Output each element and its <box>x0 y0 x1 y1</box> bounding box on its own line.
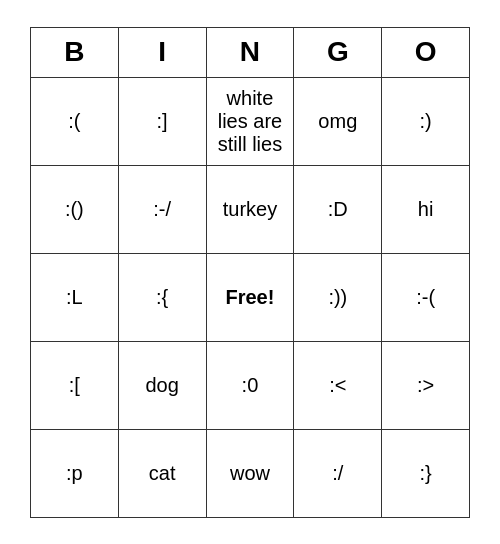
bingo-cell-r4-c3: :/ <box>294 429 382 517</box>
bingo-cell-r3-c1: dog <box>118 341 206 429</box>
bingo-cell-r1-c4: hi <box>382 165 470 253</box>
bingo-card: BINGO :(:]white lies are still liesomg:)… <box>30 27 470 518</box>
bingo-cell-r4-c2: wow <box>206 429 294 517</box>
bingo-row: :[dog:0:<:> <box>31 341 470 429</box>
bingo-cell-r4-c1: cat <box>118 429 206 517</box>
free-cell: Free! <box>206 253 294 341</box>
bingo-cell-r4-c4: :} <box>382 429 470 517</box>
bingo-row: :():-/turkey:Dhi <box>31 165 470 253</box>
bingo-cell-r0-c1: :] <box>118 77 206 165</box>
bingo-cell-r2-c4: :-( <box>382 253 470 341</box>
bingo-cell-r0-c0: :( <box>31 77 119 165</box>
bingo-cell-r1-c1: :-/ <box>118 165 206 253</box>
bingo-row: :pcatwow:/:} <box>31 429 470 517</box>
bingo-cell-r2-c1: :{ <box>118 253 206 341</box>
bingo-cell-r1-c0: :() <box>31 165 119 253</box>
bingo-cell-r2-c3: :)) <box>294 253 382 341</box>
bingo-cell-r2-c0: :L <box>31 253 119 341</box>
bingo-header-b: B <box>31 27 119 77</box>
bingo-row: :L:{Free!:)):-( <box>31 253 470 341</box>
bingo-row: :(:]white lies are still liesomg:) <box>31 77 470 165</box>
bingo-cell-r3-c2: :0 <box>206 341 294 429</box>
bingo-cell-r1-c3: :D <box>294 165 382 253</box>
bingo-cell-r1-c2: turkey <box>206 165 294 253</box>
bingo-header-n: N <box>206 27 294 77</box>
bingo-cell-r0-c3: omg <box>294 77 382 165</box>
bingo-header-g: G <box>294 27 382 77</box>
bingo-cell-r3-c4: :> <box>382 341 470 429</box>
bingo-cell-r3-c3: :< <box>294 341 382 429</box>
bingo-header-i: I <box>118 27 206 77</box>
bingo-cell-r4-c0: :p <box>31 429 119 517</box>
bingo-cell-r0-c4: :) <box>382 77 470 165</box>
bingo-cell-r0-c2: white lies are still lies <box>206 77 294 165</box>
bingo-header-o: O <box>382 27 470 77</box>
bingo-cell-r3-c0: :[ <box>31 341 119 429</box>
